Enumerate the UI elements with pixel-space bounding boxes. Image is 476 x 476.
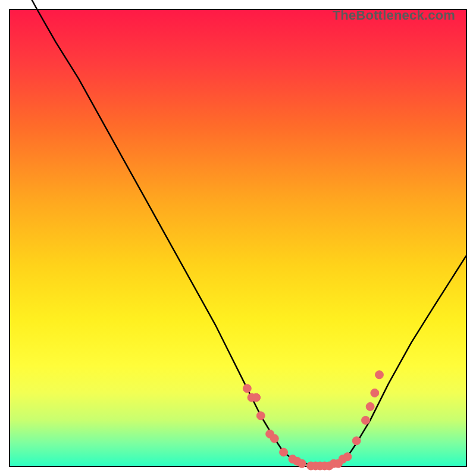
scatter-point <box>343 453 352 461</box>
plot-area: TheBottleneck.com <box>9 9 467 467</box>
scatter-point <box>270 434 278 443</box>
scatter-point <box>298 459 306 468</box>
bottleneck-chart: TheBottleneck.com <box>0 0 476 476</box>
chart-svg <box>10 10 466 466</box>
curve-layer <box>10 0 466 466</box>
scatter-point <box>366 402 374 411</box>
scatter-point <box>352 437 361 445</box>
scatter-point <box>371 389 379 397</box>
bottleneck-curve <box>10 0 466 466</box>
scatter-point <box>362 416 370 424</box>
scatter-point <box>243 384 251 393</box>
scatter-point <box>280 448 288 456</box>
scatter-point <box>252 393 261 402</box>
scatter-point <box>256 412 265 420</box>
scatter-point <box>375 371 383 379</box>
